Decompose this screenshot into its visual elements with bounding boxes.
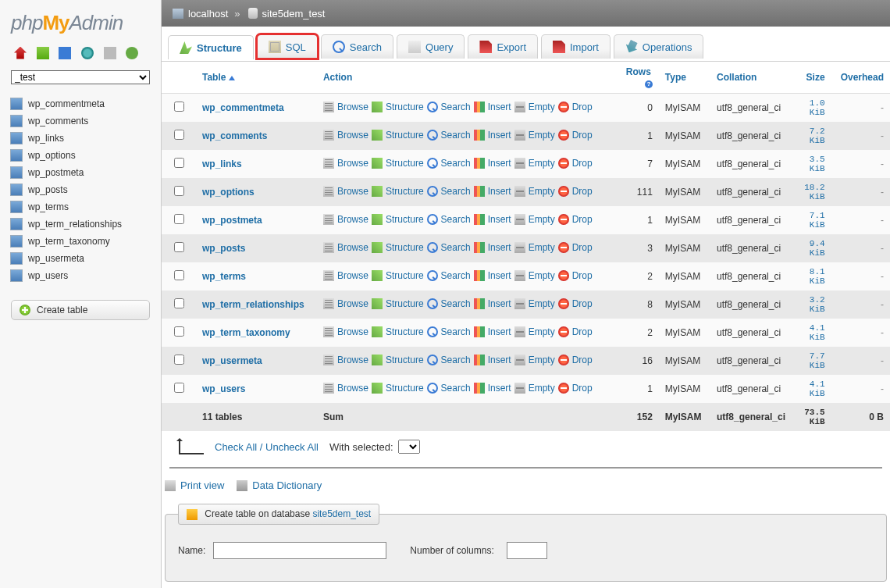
action-insert[interactable]: Insert	[474, 214, 511, 225]
action-insert[interactable]: Insert	[474, 130, 511, 141]
table-name-link[interactable]: wp_usermeta	[202, 355, 262, 366]
action-empty[interactable]: Empty	[514, 270, 555, 281]
action-drop[interactable]: Drop	[558, 102, 593, 112]
action-empty[interactable]: Empty	[514, 102, 555, 112]
action-structure[interactable]: Structure	[372, 214, 424, 225]
tab-import[interactable]: Import	[541, 34, 611, 59]
new-table-name-input[interactable]	[213, 542, 386, 559]
action-empty[interactable]: Empty	[514, 355, 555, 365]
action-drop[interactable]: Drop	[558, 355, 593, 365]
col-overhead[interactable]: Overhead	[831, 62, 890, 94]
action-insert[interactable]: Insert	[474, 270, 511, 281]
action-insert[interactable]: Insert	[474, 383, 511, 394]
action-browse[interactable]: Browse	[323, 186, 368, 197]
with-selected-select[interactable]	[398, 440, 420, 454]
new-table-columns-input[interactable]	[507, 542, 547, 559]
tab-query[interactable]: Query	[397, 34, 465, 59]
table-name-link[interactable]: wp_posts	[202, 243, 245, 254]
rows-help-icon[interactable]: ?	[645, 80, 653, 88]
docs-icon[interactable]	[104, 47, 116, 59]
table-name-link[interactable]: wp_commentmeta	[202, 102, 284, 113]
action-structure[interactable]: Structure	[372, 326, 424, 337]
action-browse[interactable]: Browse	[323, 130, 368, 141]
action-drop[interactable]: Drop	[558, 130, 593, 141]
table-name-link[interactable]: wp_comments	[202, 130, 267, 141]
action-drop[interactable]: Drop	[558, 383, 593, 394]
tab-structure[interactable]: Structure	[168, 35, 254, 59]
col-collation[interactable]: Collation	[710, 62, 796, 94]
action-browse[interactable]: Browse	[323, 158, 368, 169]
table-name-link[interactable]: wp_term_taxonomy	[202, 327, 290, 338]
logout-icon[interactable]	[37, 47, 49, 59]
logo[interactable]: phpMyAdmin	[0, 0, 161, 43]
action-insert[interactable]: Insert	[474, 355, 511, 365]
action-search[interactable]: Search	[427, 298, 471, 309]
action-empty[interactable]: Empty	[514, 242, 555, 253]
row-checkbox[interactable]	[174, 158, 184, 168]
database-select[interactable]: _test	[11, 70, 150, 84]
action-structure[interactable]: Structure	[372, 158, 424, 169]
tab-sql[interactable]: SQL	[257, 34, 318, 59]
action-structure[interactable]: Structure	[372, 355, 424, 365]
action-empty[interactable]: Empty	[514, 158, 555, 169]
action-search[interactable]: Search	[427, 242, 471, 253]
breadcrumb-database[interactable]: site5dem_test	[262, 8, 326, 20]
tab-search[interactable]: Search	[321, 34, 393, 59]
action-search[interactable]: Search	[427, 186, 471, 197]
action-empty[interactable]: Empty	[514, 214, 555, 225]
tree-item[interactable]: wp_usermeta	[11, 250, 156, 267]
action-structure[interactable]: Structure	[372, 130, 424, 141]
action-search[interactable]: Search	[427, 355, 471, 365]
row-checkbox[interactable]	[174, 186, 184, 196]
col-type[interactable]: Type	[659, 62, 710, 94]
action-search[interactable]: Search	[427, 214, 471, 225]
row-checkbox[interactable]	[174, 130, 184, 140]
reload-icon[interactable]	[126, 47, 138, 59]
table-name-link[interactable]: wp_term_relationships	[202, 299, 304, 310]
tree-item[interactable]: wp_term_relationships	[11, 216, 156, 233]
action-insert[interactable]: Insert	[474, 186, 511, 197]
row-checkbox[interactable]	[174, 214, 184, 224]
row-checkbox[interactable]	[174, 355, 184, 365]
table-name-link[interactable]: wp_links	[202, 159, 242, 169]
action-structure[interactable]: Structure	[372, 270, 424, 281]
tree-item[interactable]: wp_links	[11, 130, 156, 147]
help-icon[interactable]	[81, 47, 94, 59]
action-search[interactable]: Search	[427, 102, 471, 112]
action-drop[interactable]: Drop	[558, 158, 593, 169]
tree-item[interactable]: wp_comments	[11, 112, 156, 130]
action-browse[interactable]: Browse	[323, 355, 368, 365]
table-name-link[interactable]: wp_postmeta	[202, 215, 262, 226]
action-empty[interactable]: Empty	[514, 383, 555, 394]
action-browse[interactable]: Browse	[323, 102, 368, 112]
row-checkbox[interactable]	[174, 270, 184, 280]
create-table-button[interactable]: Create table	[11, 300, 150, 320]
action-drop[interactable]: Drop	[558, 186, 593, 197]
tree-item[interactable]: wp_users	[11, 267, 156, 284]
row-checkbox[interactable]	[174, 383, 184, 393]
home-icon[interactable]	[14, 47, 27, 59]
action-drop[interactable]: Drop	[558, 214, 593, 225]
action-search[interactable]: Search	[427, 270, 471, 281]
col-table[interactable]: Table	[196, 62, 317, 94]
action-empty[interactable]: Empty	[514, 186, 555, 197]
action-browse[interactable]: Browse	[323, 270, 368, 281]
action-drop[interactable]: Drop	[558, 298, 593, 309]
action-search[interactable]: Search	[427, 158, 471, 169]
row-checkbox[interactable]	[174, 242, 184, 252]
action-structure[interactable]: Structure	[372, 242, 424, 253]
action-insert[interactable]: Insert	[474, 102, 511, 112]
table-name-link[interactable]: wp_options	[202, 187, 255, 198]
action-browse[interactable]: Browse	[323, 214, 368, 225]
tab-operations[interactable]: Operations	[614, 34, 704, 59]
action-browse[interactable]: Browse	[323, 242, 368, 253]
action-search[interactable]: Search	[427, 326, 471, 337]
col-size[interactable]: Size	[796, 62, 831, 94]
row-checkbox[interactable]	[174, 102, 184, 112]
tree-item[interactable]: wp_postmeta	[11, 164, 156, 181]
tree-item[interactable]: wp_posts	[11, 181, 156, 198]
action-structure[interactable]: Structure	[372, 102, 424, 112]
create-legend-db[interactable]: site5dem_test	[312, 508, 371, 519]
print-view-link[interactable]: Print view	[165, 479, 224, 491]
action-insert[interactable]: Insert	[474, 242, 511, 253]
